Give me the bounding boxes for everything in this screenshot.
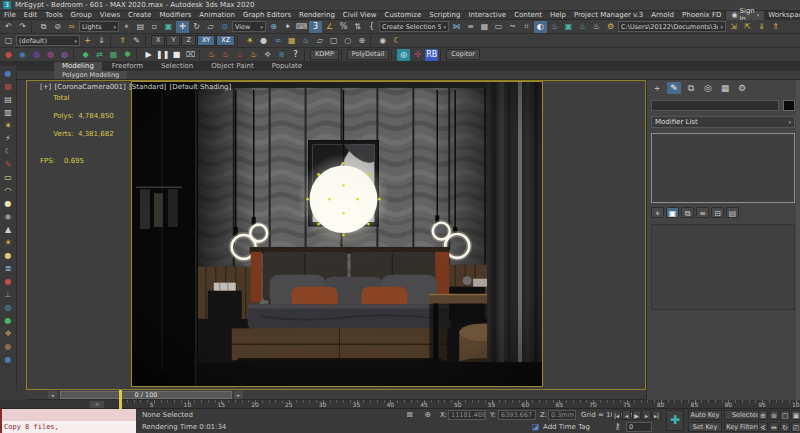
create-container-icon[interactable]: + (81, 35, 94, 47)
current-frame-field[interactable]: 0 (626, 422, 652, 432)
viewport-menu-general[interactable]: [+] (40, 83, 51, 91)
red-material-icon[interactable]: ● (2, 276, 15, 288)
edit-container-icon[interactable]: ✎ (130, 35, 143, 47)
viewport[interactable]: [+] [CoronaCamera001] [Standard] [Defaul… (26, 80, 646, 390)
relink-bitmaps-icon[interactable]: RB (425, 49, 438, 61)
pin-stack-icon[interactable]: ⌖ (651, 207, 664, 218)
inherit-container-icon[interactable]: ⇓ (95, 35, 108, 47)
menu-modifiers[interactable]: Modifiers (155, 11, 195, 20)
circle-shape-icon[interactable]: ○ (341, 35, 354, 47)
green-star-icon[interactable]: ✱ (121, 49, 134, 61)
absolute-mode-icon[interactable]: ⊕ (422, 410, 433, 420)
blue-ball-icon[interactable]: ● (2, 354, 15, 366)
corona-sphere-icon[interactable]: ● (2, 68, 15, 80)
menu-help[interactable]: Help (546, 11, 570, 20)
fetch-icon[interactable]: ⇓ (755, 21, 768, 33)
next-frame-icon[interactable]: ▸ (642, 410, 651, 420)
kdmp-button[interactable]: KDMP (310, 49, 339, 60)
menu-animation[interactable]: Animation (195, 11, 239, 20)
script-violet-ring-icon[interactable]: ◍ (58, 49, 71, 61)
pan-view-icon[interactable]: ⇹ (769, 422, 779, 432)
menu-phoenix-fd[interactable]: Phoenix FD (678, 11, 725, 20)
orbit-icon[interactable]: ↻ (780, 422, 790, 432)
modifier-list-dropdown[interactable]: Modifier List ▾ (651, 116, 795, 128)
current-frame-marker[interactable] (119, 390, 122, 409)
create-tab-icon[interactable]: ＋ (650, 82, 664, 94)
unlink-selection-icon[interactable]: ⊘ (51, 21, 64, 33)
script-blue-ball-icon[interactable]: ◉ (16, 49, 29, 61)
rect-selection-region-icon[interactable]: ▫ (148, 21, 161, 33)
render-last-icon[interactable]: ⚙ (604, 21, 617, 33)
stop-script-icon[interactable]: ■ (170, 49, 183, 61)
cone-icon[interactable]: ▲ (2, 224, 15, 236)
project-folder-dropdown[interactable]: C:\Users\20122\Documents\3ds Max 2020▾ (618, 21, 726, 32)
mini-curve-editor-button[interactable]: ≈ (90, 401, 104, 408)
snap-toggle-3d-icon[interactable]: 3 (309, 21, 322, 33)
set-keys-button[interactable]: ✚ (666, 410, 684, 431)
plane-icon[interactable]: ▱ (313, 35, 326, 47)
maxscript-mini-listener[interactable]: Copy 8 files, (0, 409, 136, 433)
pause-script-icon[interactable]: ❚❚ (156, 49, 169, 61)
menu-create[interactable]: Create (124, 11, 155, 20)
menu-group[interactable]: Group (67, 11, 96, 20)
go-to-end-icon[interactable]: ▸| (652, 410, 661, 420)
bind-to-spacewarp-icon[interactable]: ≈ (65, 21, 78, 33)
eye-icon[interactable]: ◉ (376, 35, 389, 47)
green-ball-icon[interactable]: ● (2, 315, 15, 327)
menu-scripting[interactable]: Scripting (425, 11, 464, 20)
phoenix-fire-icon-4[interactable]: ♨ (247, 49, 260, 61)
schematic-view-icon[interactable]: ⌗ (520, 21, 533, 33)
selection-lock-icon[interactable]: ⊠ (404, 410, 415, 420)
material-editor-icon[interactable]: ◐ (534, 21, 547, 33)
menu-civil-view[interactable]: Civil View (339, 11, 381, 20)
phoenix-fire-icon-1[interactable]: ♨ (205, 49, 218, 61)
track-bar[interactable]: ≈ 51015202530354045505560657075808590951… (0, 400, 800, 409)
motion-tab-icon[interactable]: ◎ (701, 82, 715, 94)
menu-arnold[interactable]: Arnold (647, 11, 678, 20)
modifier-stack[interactable] (651, 133, 795, 203)
field-of-view-icon[interactable]: ∢ (758, 422, 768, 432)
save-plus-icon[interactable]: ⇱ (741, 21, 754, 33)
axis-z-button[interactable]: Z (181, 35, 195, 46)
y-coordinate-field[interactable]: 6393.667 (498, 410, 536, 420)
help-script-icon[interactable]: ? (289, 49, 302, 61)
ribbon-toggle-icon[interactable]: ▭ (492, 21, 505, 33)
bulb-icon[interactable]: ☾ (390, 35, 403, 47)
menu-file[interactable]: File (0, 11, 20, 20)
play-animation-icon[interactable]: ▶ (632, 410, 641, 420)
mirror-icon[interactable]: ⋈ (450, 21, 463, 33)
percent-snap-icon[interactable]: % (337, 21, 350, 33)
proxy-icon[interactable]: ❖ (2, 328, 15, 340)
phoenix-fire-icon-2[interactable]: ♨ (219, 49, 232, 61)
delete-script-icon[interactable]: ⌧ (184, 49, 197, 61)
visibility-icon[interactable]: ◉ (2, 211, 15, 223)
window-crossing-icon[interactable]: ▣ (162, 21, 175, 33)
night-icon[interactable]: ☾ (2, 146, 15, 158)
go-to-start-icon[interactable]: |◂ (612, 410, 621, 420)
sign-in-button[interactable]: ◉ Sign In ▾ (725, 11, 764, 20)
add-time-tag[interactable]: Add Time Tag (543, 423, 590, 431)
qproxy-icon[interactable]: ◎ (397, 49, 410, 61)
red-panel-icon[interactable]: ▦ (2, 81, 15, 93)
ribbon-tab-object-paint[interactable]: Object Paint (203, 62, 261, 71)
menu-interactive[interactable]: Interactive (464, 11, 510, 20)
render-iterative-icon[interactable]: ♨ (590, 21, 603, 33)
teapot-icon[interactable]: ♨ (299, 35, 312, 47)
script-pink-ring-icon[interactable]: ◍ (44, 49, 57, 61)
x-coordinate-field[interactable]: 11181.409 (448, 410, 486, 420)
zoom-all-icon[interactable]: ⊛ (769, 410, 779, 420)
ribbon-tab-modeling[interactable]: Modeling (54, 62, 102, 71)
point-icon[interactable]: ● (257, 35, 270, 47)
viewport-menu-shading[interactable]: [Default Shading] (170, 83, 232, 91)
listener-line1[interactable] (2, 409, 136, 421)
forest-pack-icon[interactable]: ◆ (79, 49, 92, 61)
menu-tools[interactable]: Tools (41, 11, 66, 20)
menu-edit[interactable]: Edit (20, 11, 42, 20)
show-end-result-icon[interactable]: ⧉ (681, 207, 694, 218)
dome-light-icon[interactable]: ◠ (2, 185, 15, 197)
box-primitive-icon[interactable]: ▢ (327, 35, 340, 47)
wood-ball-icon[interactable]: ● (2, 341, 15, 353)
link-info-icon[interactable]: ∞ (271, 35, 284, 47)
named-selection-sets-dropdown[interactable]: Create Selection Se▾ (379, 21, 449, 32)
rect-light-icon[interactable]: ▭ (2, 172, 15, 184)
